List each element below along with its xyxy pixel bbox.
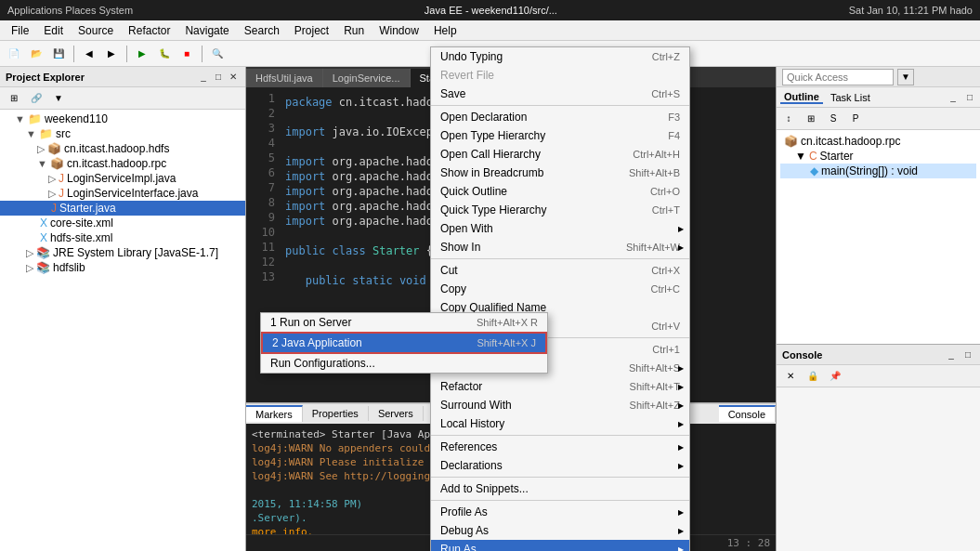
lower-header: Console _ □	[777, 345, 980, 365]
lower-min-btn[interactable]: _	[945, 348, 958, 361]
lower-max-btn[interactable]: □	[961, 348, 974, 361]
cm-shortcut: Shift+Alt+W	[626, 242, 680, 253]
console-clear-btn[interactable]: ✕	[780, 366, 801, 387]
tab-servers[interactable]: Servers	[369, 406, 424, 421]
cm-open-call-hierarchy[interactable]: Open Call Hierarchy Ctrl+Alt+H	[431, 145, 689, 164]
outline-public-btn[interactable]: P	[845, 109, 866, 129]
cm-open-declaration[interactable]: Open Declaration F3	[431, 108, 689, 126]
cm-run-as[interactable]: Run As	[431, 540, 689, 551]
run-configurations[interactable]: Run Configurations...	[261, 354, 547, 373]
outline-class[interactable]: ▼ C Starter	[780, 149, 976, 164]
expand-icon: ▷	[48, 188, 56, 200]
cm-label: References	[440, 440, 497, 453]
tree-item-loginimpl[interactable]: ▷ J LoginServiceImpl.java	[0, 171, 245, 186]
right-min-btn[interactable]: _	[947, 91, 960, 104]
cm-profile-as[interactable]: Profile As	[431, 503, 689, 521]
toolbar-search[interactable]: 🔍	[207, 44, 228, 64]
toolbar-fwd[interactable]: ▶	[101, 44, 122, 64]
cm-revert-file[interactable]: Revert File	[431, 66, 689, 85]
right-max-btn[interactable]: □	[963, 91, 976, 104]
tree-item-jre[interactable]: ▷ 📚 JRE System Library [JavaSE-1.7]	[0, 245, 245, 260]
menu-help[interactable]: Help	[426, 22, 464, 39]
cm-show-breadcrumb[interactable]: Show in Breadcrumb Shift+Alt+B	[431, 164, 689, 182]
cm-undo-typing[interactable]: Undo Typing Ctrl+Z	[431, 47, 689, 66]
toolbar-new[interactable]: 📄	[4, 44, 24, 64]
menu-project[interactable]: Project	[287, 22, 336, 39]
tree-item-hdfs[interactable]: ▷ 📦 cn.itcast.hadoop.hdfs	[0, 141, 245, 156]
quick-access-btn[interactable]: ▼	[897, 69, 914, 85]
outline-static-btn[interactable]: S	[823, 109, 843, 129]
console-scroll-lock-btn[interactable]: 🔒	[803, 366, 823, 387]
tab-hdfsutil[interactable]: HdfsUtil.java	[246, 69, 323, 87]
src-icon: 📁	[39, 127, 53, 140]
cm-quick-type-hierarchy[interactable]: Quick Type Hierarchy Ctrl+T	[431, 201, 689, 219]
close-panel-btn[interactable]: ✕	[227, 71, 240, 84]
maximize-panel-btn[interactable]: □	[212, 71, 225, 84]
tree-item-starter[interactable]: J Starter.java	[0, 201, 245, 216]
run-on-server[interactable]: 1 Run on Server Shift+Alt+X R	[261, 313, 547, 332]
toolbar-open[interactable]: 📂	[26, 44, 46, 64]
collapse-all-btn[interactable]: ⊞	[4, 88, 24, 109]
tree-item-src[interactable]: ▼ 📁 src	[0, 126, 245, 141]
tab-markers[interactable]: Markers	[246, 405, 303, 422]
toolbar-run[interactable]: ▶	[132, 44, 152, 64]
outline-package[interactable]: 📦 cn.itcast.hadoop.rpc	[780, 134, 976, 149]
cm-add-to-snippets[interactable]: Add to Snippets...	[431, 479, 689, 498]
tree-item-hdfssite[interactable]: X hdfs-site.xml	[0, 230, 245, 245]
menu-window[interactable]: Window	[372, 22, 426, 39]
cm-shortcut: Ctrl+O	[650, 186, 680, 197]
menu-bar: File Edit Source Refactor Navigate Searc…	[0, 20, 980, 41]
cm-save[interactable]: Save Ctrl+S	[431, 85, 689, 103]
tree-item-rpc[interactable]: ▼ 📦 cn.itcast.hadoop.rpc	[0, 156, 245, 171]
cm-copy[interactable]: Copy Ctrl+C	[431, 280, 689, 298]
cm-debug-as[interactable]: Debug As	[431, 521, 689, 540]
tab-loginservice[interactable]: LoginService...	[323, 69, 411, 87]
toolbar-stop[interactable]: ■	[176, 44, 197, 64]
tab-tasklist[interactable]: Task List	[827, 92, 874, 103]
cm-open-type-hierarchy[interactable]: Open Type Hierarchy F4	[431, 126, 689, 145]
tab-console[interactable]: Console	[719, 405, 776, 422]
tree-item-coresite[interactable]: X core-site.xml	[0, 216, 245, 230]
menu-run[interactable]: Run	[336, 22, 372, 39]
cm-show-in[interactable]: Show In Shift+Alt+W	[431, 238, 689, 256]
view-menu-btn[interactable]: ▼	[48, 88, 69, 109]
toolbar-debug[interactable]: 🐛	[154, 44, 175, 64]
tab-outline[interactable]: Outline	[780, 91, 823, 104]
cm-refactor[interactable]: Refactor Shift+Alt+T	[431, 377, 689, 396]
tree-item-weekend110[interactable]: ▼ 📁 weekend110	[0, 112, 245, 126]
toolbar-save[interactable]: 💾	[48, 44, 69, 64]
tree-item-hdfslib[interactable]: ▷ 📚 hdfslib	[0, 260, 245, 275]
cm-sep1	[431, 105, 689, 106]
sub-shortcut: Shift+Alt+X R	[477, 317, 538, 328]
outline-sort-btn[interactable]: ↕	[778, 109, 799, 129]
menu-file[interactable]: File	[4, 22, 36, 39]
menu-navigate[interactable]: Navigate	[177, 22, 236, 39]
quick-access-input[interactable]	[782, 69, 894, 85]
toolbar-sep1	[73, 46, 74, 62]
tab-properties[interactable]: Properties	[303, 406, 369, 421]
outline-method[interactable]: ◆ main(String[]) : void	[780, 164, 976, 178]
cm-surround-with[interactable]: Surround With Shift+Alt+Z	[431, 396, 689, 414]
cm-declarations[interactable]: Declarations	[431, 456, 689, 475]
cm-sep6	[431, 500, 689, 501]
method-icon: ◆	[810, 164, 818, 177]
console-pin-btn[interactable]: 📌	[825, 366, 845, 387]
outline-fields-btn[interactable]: ⊞	[801, 109, 821, 129]
java-application[interactable]: 2 Java Application Shift+Alt+X J	[261, 332, 547, 354]
cm-quick-outline[interactable]: Quick Outline Ctrl+O	[431, 182, 689, 201]
link-with-editor-btn[interactable]: 🔗	[26, 88, 46, 109]
expand-icon: ▼	[15, 113, 25, 125]
cm-local-history[interactable]: Local History	[431, 414, 689, 433]
minimize-panel-btn[interactable]: _	[197, 71, 210, 84]
menu-source[interactable]: Source	[71, 22, 121, 39]
menu-edit[interactable]: Edit	[36, 22, 71, 39]
cm-cut[interactable]: Cut Ctrl+X	[431, 261, 689, 280]
cm-references[interactable]: References	[431, 438, 689, 456]
right-panel: ▼ Outline Task List _ □ ↕ ⊞ S P 📦 cn.itc…	[776, 67, 980, 551]
menu-search[interactable]: Search	[237, 22, 287, 39]
lib-icon: 📚	[36, 261, 50, 274]
toolbar-back[interactable]: ◀	[79, 44, 99, 64]
cm-open-with[interactable]: Open With	[431, 219, 689, 238]
menu-refactor[interactable]: Refactor	[121, 22, 177, 39]
tree-item-logininterface[interactable]: ▷ J LoginServiceInterface.java	[0, 186, 245, 201]
